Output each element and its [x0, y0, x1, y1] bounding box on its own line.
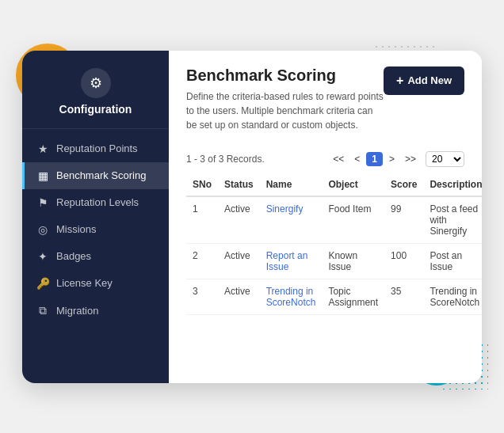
sidebar-item-license-key[interactable]: 🔑License Key [22, 270, 169, 297]
link-name[interactable]: Sinergify [266, 203, 304, 215]
sidebar-nav: ★Reputation Points▦Benchmark Scoring⚑Rep… [22, 129, 169, 383]
missions-label: Missions [56, 223, 97, 235]
badges-icon: ✦ [36, 250, 50, 263]
page-title: Benchmark Scoring [186, 66, 384, 85]
plus-icon: + [396, 74, 403, 88]
records-count: 1 - 3 of 3 Records. [186, 154, 265, 165]
pagination-current[interactable]: 1 [366, 152, 383, 166]
add-new-label: Add New [407, 74, 452, 86]
sidebar-header: ⚙ Configuration [22, 51, 169, 129]
license-key-icon: 🔑 [36, 277, 50, 290]
cell-object: Food Item [322, 196, 384, 244]
license-key-label: License Key [56, 277, 113, 289]
sidebar-item-benchmark-scoring[interactable]: ▦Benchmark Scoring [22, 162, 169, 189]
sidebar-item-migration[interactable]: ⧉Migration [22, 297, 169, 325]
cell-description: Post an Issue [423, 243, 482, 279]
cell-score: 100 [384, 243, 423, 279]
cell-object: Known Issue [322, 243, 384, 279]
main-content: Benchmark Scoring Define the criteria-ba… [169, 51, 482, 383]
page-size-select[interactable]: 20 50 100 [426, 151, 464, 167]
cell-status: Active [218, 243, 260, 279]
sidebar-title: Configuration [59, 103, 132, 116]
cell-name[interactable]: Sinergify [260, 196, 323, 244]
missions-icon: ◎ [36, 223, 50, 236]
col-status: Status [218, 173, 260, 196]
cell-sno: 1 [186, 196, 218, 244]
col-name: Name [260, 173, 323, 196]
table-header-row: SNoStatusNameObjectScoreDescription [186, 173, 482, 196]
reputation-levels-label: Reputation Levels [56, 196, 139, 208]
pagination-next[interactable]: > [385, 152, 399, 166]
sidebar-item-reputation-points[interactable]: ★Reputation Points [22, 135, 169, 162]
pagination-last[interactable]: >> [401, 152, 420, 166]
cell-status: Active [218, 279, 260, 314]
cell-object: Topic Assignment [322, 279, 384, 314]
cell-description: Trending in ScoreNotch [423, 279, 482, 314]
table-row: 1ActiveSinergifyFood Item99Post a feed w… [186, 196, 482, 244]
main-container: ⚙ Configuration ★Reputation Points▦Bench… [22, 51, 482, 383]
col-sno: SNo [186, 173, 218, 196]
table-row: 3ActiveTrending in ScoreNotchTopic Assig… [186, 279, 482, 314]
cell-description: Post a feed with Sinergify [423, 196, 482, 244]
badges-label: Badges [56, 250, 91, 262]
records-bar: 1 - 3 of 3 Records. << < 1 > >> 20 50 10… [186, 151, 464, 167]
link-name[interactable]: Report an Issue [266, 250, 308, 272]
cell-sno: 2 [186, 243, 218, 279]
cell-score: 35 [384, 279, 423, 314]
add-new-button[interactable]: + Add New [384, 66, 464, 95]
cell-status: Active [218, 196, 260, 244]
col-object: Object [322, 173, 384, 196]
header-row: Benchmark Scoring Define the criteria-ba… [186, 66, 464, 143]
col-description: Description [423, 173, 482, 196]
link-name[interactable]: Trending in ScoreNotch [266, 286, 316, 308]
cell-sno: 3 [186, 279, 218, 314]
benchmark-scoring-icon: ▦ [36, 169, 50, 182]
pagination-prev[interactable]: < [350, 152, 364, 166]
sidebar-item-badges[interactable]: ✦Badges [22, 243, 169, 270]
table-row: 2ActiveReport an IssueKnown Issue100Post… [186, 243, 482, 279]
reputation-levels-icon: ⚑ [36, 196, 50, 209]
gear-icon: ⚙ [81, 68, 111, 98]
cell-score: 99 [384, 196, 423, 244]
sidebar: ⚙ Configuration ★Reputation Points▦Bench… [22, 51, 169, 383]
data-table: SNoStatusNameObjectScoreDescription 1Act… [186, 173, 482, 315]
reputation-points-icon: ★ [36, 142, 50, 155]
table-header: SNoStatusNameObjectScoreDescription [186, 173, 482, 196]
pagination: << < 1 > >> 20 50 100 [329, 151, 464, 167]
header-left: Benchmark Scoring Define the criteria-ba… [186, 66, 384, 143]
reputation-points-label: Reputation Points [56, 142, 138, 154]
sidebar-item-missions[interactable]: ◎Missions [22, 216, 169, 243]
cell-name[interactable]: Report an Issue [260, 243, 323, 279]
migration-icon: ⧉ [36, 304, 50, 317]
sidebar-item-reputation-levels[interactable]: ⚑Reputation Levels [22, 189, 169, 216]
pagination-first[interactable]: << [329, 152, 348, 166]
cell-name[interactable]: Trending in ScoreNotch [260, 279, 323, 314]
benchmark-scoring-label: Benchmark Scoring [56, 169, 146, 181]
table-body: 1ActiveSinergifyFood Item99Post a feed w… [186, 196, 482, 315]
col-score: Score [384, 173, 423, 196]
migration-label: Migration [56, 305, 98, 317]
page-description: Define the criteria-based rules to rewar… [186, 89, 384, 132]
